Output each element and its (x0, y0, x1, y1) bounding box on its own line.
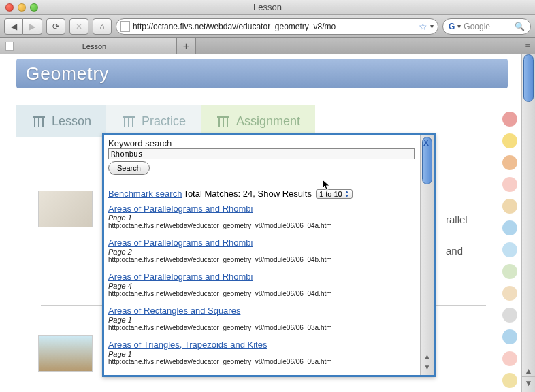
column-icon (216, 114, 231, 129)
side-icon[interactable] (502, 242, 517, 257)
side-icon[interactable] (502, 177, 517, 192)
result-title-link[interactable]: Areas of Parallelograms and Rhombi (108, 272, 253, 282)
course-banner: Geometry (16, 59, 508, 88)
tab-overflow-button[interactable]: ≡ (520, 38, 535, 54)
tab-assignment-subtab[interactable]: Assignment (201, 105, 315, 137)
search-result: Areas of Parallelograms and Rhombi Page … (108, 238, 400, 263)
side-icon[interactable] (502, 286, 517, 301)
page-icon (5, 42, 14, 51)
chevron-right-icon: ▶ (29, 22, 35, 31)
course-title: Geometry (26, 63, 109, 84)
search-result: Areas of Parallelograms and Rhombi Page … (108, 203, 400, 229)
search-button[interactable]: Search (108, 161, 150, 175)
url-dropdown-icon[interactable]: ▾ (430, 22, 434, 30)
column-icon (121, 114, 136, 129)
window-titlebar: Lesson (0, 0, 535, 15)
search-icon[interactable]: 🔍 (515, 22, 525, 31)
search-bar[interactable]: G ▾ Google 🔍 (442, 18, 531, 35)
tab-label: Practice (142, 114, 186, 129)
lesson-tabs: Lesson Practice Assignment (16, 105, 508, 137)
side-icon[interactable] (502, 264, 517, 279)
result-url: http:octane.flvs.net/webdav/educator_geo… (108, 324, 400, 331)
result-title-link[interactable]: Areas of Rectangles and Squares (108, 306, 240, 316)
benchmark-search-link[interactable]: Benchmark search (108, 189, 182, 199)
bookmark-star-icon[interactable]: ☆ (419, 21, 427, 32)
side-icon[interactable] (502, 220, 517, 235)
keyword-input[interactable] (108, 148, 415, 159)
side-icon[interactable] (502, 308, 517, 323)
browser-toolbar: ◀ ▶ ⟳ ✕ ⌂ http://octane.flvs.net/webdav/… (0, 15, 535, 38)
result-page: Page 4 (108, 282, 400, 290)
tab-lesson-subtab[interactable]: Lesson (16, 105, 106, 137)
close-popup-button[interactable]: X (420, 137, 432, 149)
back-button[interactable]: ◀ (4, 18, 23, 35)
reload-button[interactable]: ⟳ (46, 18, 65, 35)
scroll-down-arrow-icon[interactable]: ▼ (522, 377, 535, 389)
stop-icon: ✕ (76, 22, 82, 31)
search-engine-dropdown-icon[interactable]: ▾ (457, 22, 461, 30)
total-matches-text: Total Matches: 24, Show Results (183, 189, 312, 199)
result-url: http:octane.flvs.net/webdav/educator_geo… (108, 358, 400, 365)
search-results-list: Areas of Parallelograms and Rhombi Page … (108, 203, 400, 372)
keyword-search-popup: Keyword search Search Benchmark search T… (102, 133, 436, 377)
page-scrollbar[interactable]: ▲ ▼ (521, 54, 535, 392)
side-icon[interactable] (502, 329, 517, 344)
search-result: Areas of Parallelograms and Rhombi Page … (108, 272, 400, 297)
new-tab-button[interactable]: + (177, 38, 196, 54)
result-page: Page 1 (108, 316, 400, 324)
close-window-button[interactable] (5, 3, 14, 12)
result-title-link[interactable]: Areas of Parallelograms and Rhombi (108, 203, 253, 214)
reload-icon: ⟳ (52, 22, 59, 31)
page-icon (120, 21, 130, 32)
side-icon-strip (501, 112, 519, 392)
popup-scrollbar[interactable]: X ▲ ▼ (420, 135, 434, 375)
result-page: Page 1 (108, 214, 400, 222)
tab-lesson[interactable]: Lesson (0, 38, 177, 54)
window-title: Lesson (253, 2, 282, 12)
column-icon (31, 114, 46, 129)
minimize-window-button[interactable] (18, 3, 26, 12)
result-page: Page 2 (108, 248, 400, 256)
content-text-fragment: and (446, 245, 463, 257)
side-icon[interactable] (502, 155, 517, 170)
tab-label: Assignment (236, 114, 300, 129)
chevron-left-icon: ◀ (11, 22, 17, 31)
stop-button[interactable]: ✕ (69, 18, 88, 35)
result-url: http:octane.flvs.net/webdav/educator_geo… (108, 256, 400, 263)
result-url: http:octane.flvs.net/webdav/educator_geo… (108, 222, 400, 229)
scrollbar-thumb[interactable] (523, 54, 534, 102)
google-logo-icon: G (449, 22, 455, 31)
url-text: http://octane.flvs.net/webdav/educator_g… (133, 22, 416, 31)
side-icon[interactable] (502, 133, 517, 148)
search-placeholder: Google (464, 22, 512, 31)
result-title-link[interactable]: Areas of Parallelograms and Rhombi (108, 238, 253, 248)
url-bar[interactable]: http://octane.flvs.net/webdav/educator_g… (116, 18, 438, 35)
search-result: Areas of Rectangles and Squares Page 1 h… (108, 306, 400, 331)
result-page: Page 1 (108, 350, 400, 358)
zoom-window-button[interactable] (30, 3, 38, 12)
tab-practice-subtab[interactable]: Practice (106, 105, 201, 137)
home-icon: ⌂ (99, 22, 104, 31)
side-icon[interactable] (502, 373, 517, 388)
select-stepper-icon[interactable]: ▲▼ (343, 189, 351, 199)
scroll-up-arrow-icon[interactable]: ▲ (522, 365, 535, 377)
keyword-search-label: Keyword search (108, 138, 415, 148)
scroll-down-arrow-icon[interactable]: ▼ (421, 363, 434, 371)
scroll-up-arrow-icon[interactable]: ▲ (421, 353, 434, 360)
content-thumbnail (38, 335, 93, 372)
side-icon[interactable] (502, 112, 517, 127)
tab-label: Lesson (52, 114, 91, 129)
tab-title: Lesson (18, 42, 171, 50)
home-button[interactable]: ⌂ (93, 18, 112, 35)
side-icon[interactable] (502, 199, 517, 214)
content-thumbnail (38, 191, 93, 227)
result-url: http:octane.flvs.net/webdav/educator_geo… (108, 290, 400, 297)
search-result: Areas of Triangles, Trapezoids and Kites… (108, 340, 400, 365)
content-text-fragment: rallel (446, 214, 468, 225)
result-title-link[interactable]: Areas of Triangles, Trapezoids and Kites (108, 340, 267, 350)
tab-bar: Lesson + ≡ (0, 38, 535, 54)
side-icon[interactable] (502, 351, 517, 366)
forward-button[interactable]: ▶ (23, 18, 42, 35)
